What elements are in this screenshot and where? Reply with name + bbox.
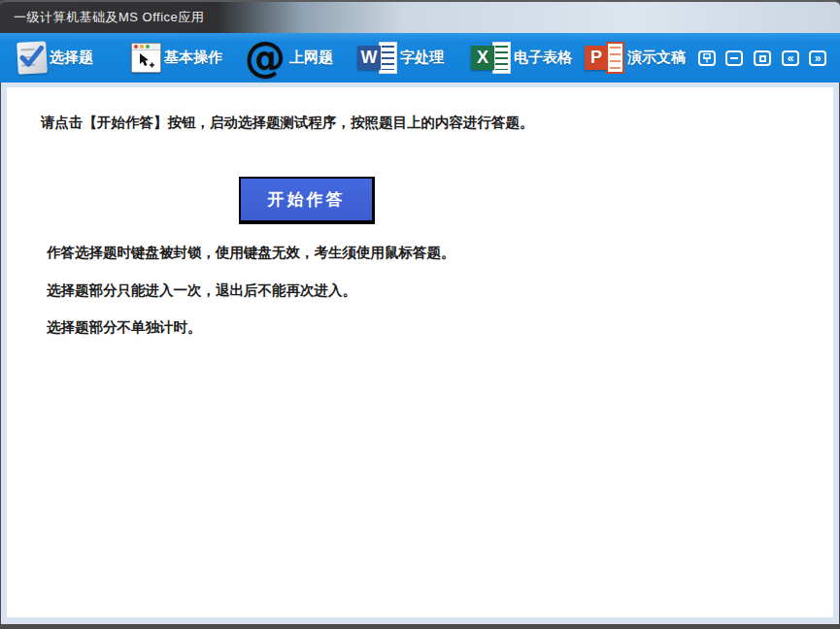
collapse-left-button[interactable]: « [782, 50, 799, 66]
instruction-text: 请点击【开始作答】按钮，启动选择题测试程序，按照题目上的内容进行答题。 [41, 114, 534, 132]
tab-label: 演示文稿 [627, 49, 686, 67]
maximize-icon [759, 55, 766, 62]
content-area: 请点击【开始作答】按钮，启动选择题测试程序，按照题目上的内容进行答题。 开始作答… [7, 87, 833, 617]
tab-word-processing[interactable]: W 字处理 [357, 33, 444, 83]
window-cursor-icon [131, 43, 161, 73]
tab-label: 字处理 [400, 49, 444, 67]
pushpin-icon [702, 53, 712, 63]
pin-window-button[interactable] [698, 50, 716, 66]
checklist-icon [17, 41, 48, 75]
excel-icon: X [471, 40, 511, 76]
title-bar: 一级计算机基础及MS Office应用 [0, 0, 840, 33]
tab-spreadsheet[interactable]: X 电子表格 [471, 33, 572, 83]
tab-presentation[interactable]: P 演示文稿 [585, 33, 686, 83]
tab-label: 上网题 [289, 49, 333, 67]
tab-basic-operations[interactable]: 基本操作 [131, 33, 222, 83]
minimize-icon [730, 57, 738, 59]
note-no-separate-timing: 选择题部分不单独计时。 [47, 318, 202, 337]
powerpoint-icon: P [585, 40, 624, 76]
tab-internet[interactable]: @ 上网题 [245, 33, 333, 83]
note-keyboard-locked: 作答选择题时键盘被封锁，使用键盘无效，考生须使用鼠标答题。 [47, 244, 455, 262]
tab-label: 基本操作 [164, 49, 222, 67]
tab-label: 选择题 [50, 49, 93, 67]
start-answer-button[interactable]: 开始作答 [239, 177, 375, 224]
tab-label: 电子表格 [514, 49, 572, 67]
collapse-right-button[interactable]: » [809, 50, 826, 66]
word-icon: W [357, 40, 397, 76]
app-window: 一级计算机基础及MS Office应用 选择题 [0, 0, 840, 629]
double-chevron-left-icon: « [788, 53, 794, 63]
at-sign-icon: @ [245, 39, 286, 78]
toolbar: 选择题 基本操作 @ 上网题 [0, 33, 840, 83]
tab-multiple-choice[interactable]: 选择题 [17, 33, 93, 83]
maximize-button[interactable] [754, 50, 771, 66]
note-enter-once: 选择题部分只能进入一次，退出后不能再次进入。 [47, 281, 356, 300]
window-title: 一级计算机基础及MS Office应用 [14, 9, 204, 26]
minimize-button[interactable] [725, 50, 743, 66]
content-frame: 请点击【开始作答】按钮，启动选择题测试程序，按照题目上的内容进行答题。 开始作答… [1, 83, 839, 624]
double-chevron-right-icon: » [815, 53, 822, 63]
